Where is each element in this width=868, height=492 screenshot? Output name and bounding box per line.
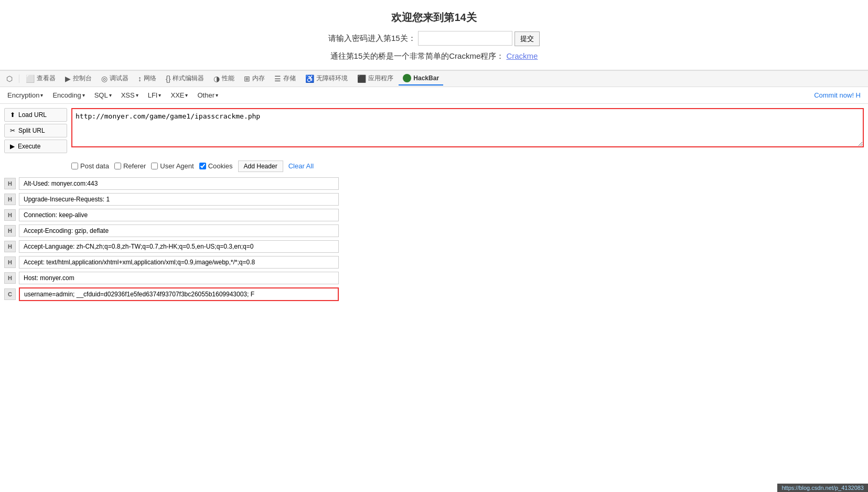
devtools-debugger-btn[interactable]: ◎ 调试器 [97,72,133,85]
chevron-down-icon: ▾ [158,92,161,98]
devtools-network-btn[interactable]: ↕ 网络 [134,72,160,85]
application-icon: ⬛ [357,74,366,83]
hackbar-actions: ⬆ Load URL ✂ Split URL ▶ Execute [4,108,67,153]
table-row: H [4,272,864,284]
cookie-input[interactable] [19,287,339,301]
hackbar-body: ⬆ Load URL ✂ Split URL ▶ Execute [0,104,868,157]
table-row: H [4,177,864,190]
crackme-link[interactable]: Crackme [506,51,538,60]
debugger-icon: ◎ [101,74,108,83]
table-row: H [4,209,864,221]
header-input[interactable] [19,209,339,221]
add-header-button[interactable]: Add Header [238,161,283,172]
devtools-console-btn[interactable]: ▶ 控制台 [61,72,96,85]
chevron-down-icon: ▾ [185,92,188,98]
header-rows: H H H H H H H C [0,175,868,303]
devtools-style-btn[interactable]: {} 样式编辑器 [162,72,208,85]
cookies-option[interactable]: Cookies [199,162,233,170]
load-url-button[interactable]: ⬆ Load URL [4,108,67,122]
header-input[interactable] [19,272,339,284]
submit-button[interactable]: 提交 [515,31,540,46]
chevron-down-icon: ▾ [82,92,85,98]
execute-icon: ▶ [10,143,15,150]
divider-1 [19,74,19,83]
user-agent-option[interactable]: User Agent [151,162,194,170]
header-input[interactable] [19,256,339,269]
viewer-icon: ⬜ [26,74,35,83]
menu-xxe[interactable]: XXE ▾ [166,89,192,101]
devtools-application-btn[interactable]: ⬛ 应用程序 [353,72,398,85]
cookies-checkbox[interactable] [199,163,206,169]
page-title: 欢迎您来到第14关 [0,10,868,25]
menu-xss[interactable]: XSS ▾ [117,89,143,101]
header-input[interactable] [19,240,339,253]
menu-encryption[interactable]: Encryption ▾ [3,89,47,101]
hackbar-icon [403,74,411,82]
table-row: H [4,224,864,237]
menu-sql[interactable]: SQL ▾ [90,89,116,101]
cookie-row: C [4,287,864,301]
header-badge-h: H [4,194,16,205]
chevron-down-icon: ▾ [40,92,43,98]
password-input[interactable] [418,31,512,46]
post-data-checkbox[interactable] [71,163,78,169]
split-url-button[interactable]: ✂ Split URL [4,124,67,137]
header-input[interactable] [19,193,339,206]
table-row: H [4,256,864,269]
table-row: H [4,193,864,206]
header-badge-h: H [4,256,16,268]
devtools-toolbar: ⬡ ⬜ 查看器 ▶ 控制台 ◎ 调试器 ↕ 网络 {} 样式编辑器 ◑ 性能 ⊞… [0,70,868,87]
clear-all-button[interactable]: Clear All [288,162,314,170]
devtools-inspect-btn[interactable]: ⬡ [2,72,17,85]
devtools-memory-btn[interactable]: ⊞ 内存 [240,72,269,85]
devtools-perf-btn[interactable]: ◑ 性能 [209,72,239,85]
menu-lfi[interactable]: LFI ▾ [144,89,166,101]
referer-checkbox[interactable] [114,163,121,169]
menu-encoding[interactable]: Encoding ▾ [48,89,89,101]
header-input[interactable] [19,177,339,190]
devtools-storage-btn[interactable]: ☰ 存储 [270,72,300,85]
header-badge-h: H [4,225,16,237]
accessibility-icon: ♿ [305,74,314,83]
devtools-accessibility-btn[interactable]: ♿ 无障碍环境 [301,72,352,85]
console-icon: ▶ [65,74,71,83]
hackbar-menubar: Encryption ▾ Encoding ▾ SQL ▾ XSS ▾ LFI … [0,87,868,104]
options-row: Post data Referer User Agent Cookies Add… [0,157,868,175]
url-input[interactable] [71,108,864,147]
table-row: H [4,240,864,253]
chevron-down-icon: ▾ [136,92,138,98]
storage-icon: ☰ [274,74,281,83]
split-icon: ✂ [10,127,15,134]
chevron-down-icon: ▾ [109,92,112,98]
execute-button[interactable]: ▶ Execute [4,140,67,153]
style-icon: {} [166,74,170,83]
devtools-viewer-btn[interactable]: ⬜ 查看器 [22,72,60,85]
upload-icon: ⬆ [10,111,15,119]
user-agent-checkbox[interactable] [151,163,158,169]
referer-option[interactable]: Referer [114,162,146,170]
post-data-option[interactable]: Post data [71,162,109,170]
menu-other[interactable]: Other ▾ [193,89,222,101]
header-badge-h: H [4,209,16,221]
commit-now-label[interactable]: Commit now! H [810,89,865,101]
header-badge-h: H [4,241,16,252]
perf-icon: ◑ [213,74,220,83]
chevron-down-icon: ▾ [216,92,218,98]
page-subtitle: 请输入密码进入第15关： 提交 [0,31,868,46]
header-badge-h: H [4,178,16,189]
memory-icon: ⊞ [244,74,250,83]
header-input[interactable] [19,224,339,237]
page-content: 欢迎您来到第14关 请输入密码进入第15关： 提交 通往第15关的桥是一个非常简… [0,0,868,70]
url-textarea-wrapper [71,108,864,149]
cookie-badge-c: C [4,288,16,300]
inspect-icon: ⬡ [6,74,13,83]
header-badge-h: H [4,272,16,284]
network-icon: ↕ [138,74,142,83]
hackbar-tab[interactable]: HackBar [399,72,443,85]
crackme-text: 通往第15关的桥是一个非常简单的Crackme程序： Crackme [0,51,868,61]
